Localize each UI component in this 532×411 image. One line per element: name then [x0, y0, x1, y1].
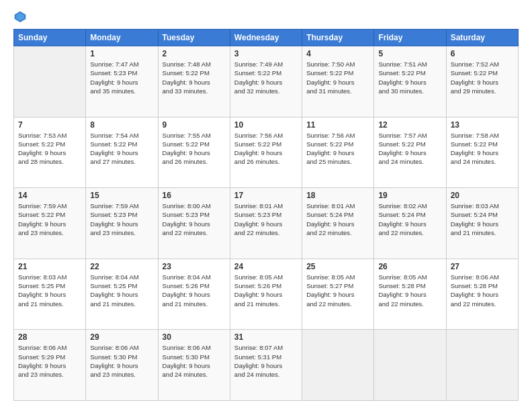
header-row: SundayMondayTuesdayWednesdayThursdayFrid…: [14, 30, 519, 46]
day-info: Sunrise: 7:52 AM Sunset: 5:22 PM Dayligh…: [451, 60, 514, 95]
calendar-cell: 29Sunrise: 8:06 AM Sunset: 5:30 PM Dayli…: [86, 330, 158, 401]
day-info: Sunrise: 7:59 AM Sunset: 5:23 PM Dayligh…: [90, 201, 153, 237]
day-number: 11: [306, 120, 369, 130]
day-info: Sunrise: 8:04 AM Sunset: 5:26 PM Dayligh…: [163, 273, 226, 308]
day-number: 7: [18, 120, 81, 130]
day-number: 8: [90, 120, 153, 130]
day-info: Sunrise: 7:53 AM Sunset: 5:22 PM Dayligh…: [18, 131, 81, 167]
calendar-cell: [14, 46, 86, 118]
calendar-cell: 31Sunrise: 8:07 AM Sunset: 5:31 PM Dayli…: [230, 330, 302, 401]
header-day-thursday: Thursday: [302, 30, 374, 46]
day-info: Sunrise: 7:54 AM Sunset: 5:22 PM Dayligh…: [90, 131, 153, 167]
day-number: 15: [90, 191, 153, 200]
calendar-cell: 14Sunrise: 7:59 AM Sunset: 5:22 PM Dayli…: [14, 188, 86, 259]
day-info: Sunrise: 8:02 AM Sunset: 5:24 PM Dayligh…: [378, 201, 441, 237]
day-number: 14: [18, 191, 81, 200]
day-info: Sunrise: 8:01 AM Sunset: 5:24 PM Dayligh…: [306, 201, 369, 237]
day-info: Sunrise: 8:04 AM Sunset: 5:25 PM Dayligh…: [90, 273, 153, 308]
day-info: Sunrise: 8:00 AM Sunset: 5:23 PM Dayligh…: [163, 201, 226, 237]
day-number: 4: [306, 49, 369, 58]
calendar-cell: 26Sunrise: 8:05 AM Sunset: 5:28 PM Dayli…: [374, 259, 446, 330]
calendar-cell: 24Sunrise: 8:05 AM Sunset: 5:26 PM Dayli…: [230, 259, 302, 330]
day-number: 31: [234, 332, 298, 342]
calendar-cell: 11Sunrise: 7:56 AM Sunset: 5:22 PM Dayli…: [302, 117, 374, 188]
calendar-cell: [446, 330, 518, 401]
calendar-cell: 21Sunrise: 8:03 AM Sunset: 5:25 PM Dayli…: [14, 259, 86, 330]
calendar-cell: 20Sunrise: 8:03 AM Sunset: 5:24 PM Dayli…: [446, 188, 518, 259]
calendar-cell: 22Sunrise: 8:04 AM Sunset: 5:25 PM Dayli…: [86, 259, 158, 330]
week-row-1: 7Sunrise: 7:53 AM Sunset: 5:22 PM Daylig…: [14, 117, 519, 188]
calendar-table: SundayMondayTuesdayWednesdayThursdayFrid…: [13, 29, 519, 401]
day-number: 2: [163, 49, 226, 58]
day-info: Sunrise: 8:03 AM Sunset: 5:25 PM Dayligh…: [18, 273, 81, 308]
day-info: Sunrise: 8:05 AM Sunset: 5:27 PM Dayligh…: [306, 273, 369, 308]
day-number: 27: [451, 262, 514, 271]
calendar-cell: 16Sunrise: 8:00 AM Sunset: 5:23 PM Dayli…: [158, 188, 230, 259]
day-info: Sunrise: 8:03 AM Sunset: 5:24 PM Dayligh…: [451, 201, 514, 237]
calendar-cell: 19Sunrise: 8:02 AM Sunset: 5:24 PM Dayli…: [374, 188, 446, 259]
calendar-cell: 2Sunrise: 7:48 AM Sunset: 5:22 PM Daylig…: [158, 46, 230, 118]
day-info: Sunrise: 7:56 AM Sunset: 5:22 PM Dayligh…: [234, 131, 298, 167]
week-row-3: 21Sunrise: 8:03 AM Sunset: 5:25 PM Dayli…: [14, 259, 519, 330]
logo-icon: [13, 10, 27, 24]
day-number: 30: [163, 332, 226, 342]
calendar-cell: 10Sunrise: 7:56 AM Sunset: 5:22 PM Dayli…: [230, 117, 302, 188]
calendar-cell: 1Sunrise: 7:47 AM Sunset: 5:23 PM Daylig…: [86, 46, 158, 118]
day-info: Sunrise: 7:48 AM Sunset: 5:22 PM Dayligh…: [163, 60, 226, 95]
logo: [13, 10, 30, 24]
header-day-saturday: Saturday: [446, 30, 518, 46]
calendar-cell: 23Sunrise: 8:04 AM Sunset: 5:26 PM Dayli…: [158, 259, 230, 330]
day-info: Sunrise: 7:57 AM Sunset: 5:22 PM Dayligh…: [378, 131, 441, 167]
day-info: Sunrise: 8:01 AM Sunset: 5:23 PM Dayligh…: [234, 201, 298, 237]
calendar-cell: 6Sunrise: 7:52 AM Sunset: 5:22 PM Daylig…: [446, 46, 518, 118]
calendar-cell: 12Sunrise: 7:57 AM Sunset: 5:22 PM Dayli…: [374, 117, 446, 188]
day-number: 10: [234, 120, 298, 130]
day-info: Sunrise: 8:06 AM Sunset: 5:29 PM Dayligh…: [18, 343, 81, 379]
header-day-friday: Friday: [374, 30, 446, 46]
week-row-0: 1Sunrise: 7:47 AM Sunset: 5:23 PM Daylig…: [14, 46, 519, 118]
day-info: Sunrise: 7:51 AM Sunset: 5:22 PM Dayligh…: [378, 60, 441, 95]
day-info: Sunrise: 7:59 AM Sunset: 5:22 PM Dayligh…: [18, 201, 81, 237]
header-day-wednesday: Wednesday: [230, 30, 302, 46]
calendar-cell: 8Sunrise: 7:54 AM Sunset: 5:22 PM Daylig…: [86, 117, 158, 188]
week-row-4: 28Sunrise: 8:06 AM Sunset: 5:29 PM Dayli…: [14, 330, 519, 401]
day-number: 28: [18, 332, 81, 342]
day-info: Sunrise: 7:50 AM Sunset: 5:22 PM Dayligh…: [306, 60, 369, 95]
calendar-cell: 15Sunrise: 7:59 AM Sunset: 5:23 PM Dayli…: [86, 188, 158, 259]
day-number: 22: [90, 262, 153, 271]
calendar-cell: 9Sunrise: 7:55 AM Sunset: 5:22 PM Daylig…: [158, 117, 230, 188]
day-number: 24: [234, 262, 298, 271]
header-day-monday: Monday: [86, 30, 158, 46]
day-number: 20: [451, 191, 514, 200]
day-number: 18: [306, 191, 369, 200]
day-number: 23: [163, 262, 226, 271]
day-info: Sunrise: 7:56 AM Sunset: 5:22 PM Dayligh…: [306, 131, 369, 167]
day-number: 13: [451, 120, 514, 130]
calendar-cell: [302, 330, 374, 401]
day-info: Sunrise: 8:07 AM Sunset: 5:31 PM Dayligh…: [234, 343, 298, 379]
calendar-cell: 28Sunrise: 8:06 AM Sunset: 5:29 PM Dayli…: [14, 330, 86, 401]
day-number: 17: [234, 191, 298, 200]
calendar-cell: 27Sunrise: 8:06 AM Sunset: 5:28 PM Dayli…: [446, 259, 518, 330]
day-number: 3: [234, 49, 298, 58]
day-number: 16: [163, 191, 226, 200]
day-info: Sunrise: 8:05 AM Sunset: 5:28 PM Dayligh…: [378, 273, 441, 308]
calendar-cell: [374, 330, 446, 401]
calendar-cell: 3Sunrise: 7:49 AM Sunset: 5:22 PM Daylig…: [230, 46, 302, 118]
day-number: 12: [378, 120, 441, 130]
day-number: 29: [90, 332, 153, 342]
day-number: 1: [90, 49, 153, 58]
day-info: Sunrise: 7:58 AM Sunset: 5:22 PM Dayligh…: [451, 131, 514, 167]
header: [13, 10, 519, 24]
calendar-cell: 25Sunrise: 8:05 AM Sunset: 5:27 PM Dayli…: [302, 259, 374, 330]
day-number: 5: [378, 49, 441, 58]
day-info: Sunrise: 8:06 AM Sunset: 5:30 PM Dayligh…: [163, 343, 226, 379]
header-day-tuesday: Tuesday: [158, 30, 230, 46]
calendar-cell: 18Sunrise: 8:01 AM Sunset: 5:24 PM Dayli…: [302, 188, 374, 259]
day-number: 21: [18, 262, 81, 271]
day-number: 9: [163, 120, 226, 130]
header-day-sunday: Sunday: [14, 30, 86, 46]
page: SundayMondayTuesdayWednesdayThursdayFrid…: [0, 0, 532, 411]
day-info: Sunrise: 7:47 AM Sunset: 5:23 PM Dayligh…: [90, 60, 153, 95]
day-number: 25: [306, 262, 369, 271]
